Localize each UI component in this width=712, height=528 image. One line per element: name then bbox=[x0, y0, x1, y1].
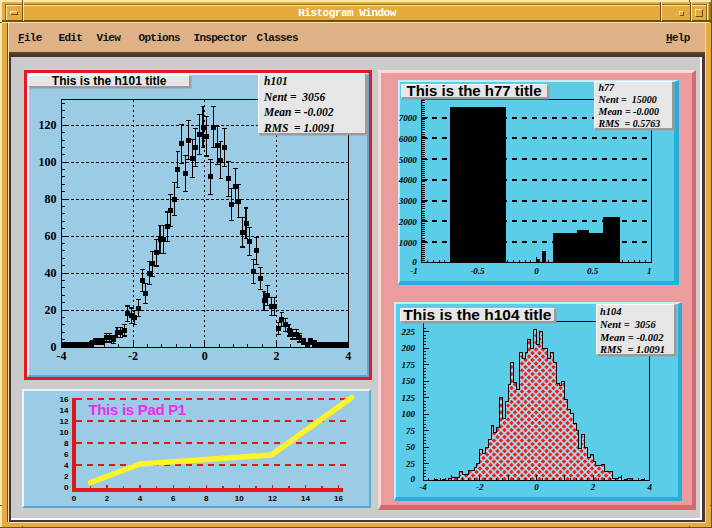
svg-text:0: 0 bbox=[411, 474, 416, 484]
svg-text:100: 100 bbox=[38, 155, 56, 169]
svg-text:-2: -2 bbox=[128, 349, 138, 363]
svg-text:200: 200 bbox=[401, 343, 416, 353]
svg-text:8: 8 bbox=[204, 494, 209, 503]
svg-text:0: 0 bbox=[202, 349, 208, 363]
svg-text:4: 4 bbox=[647, 482, 653, 492]
svg-text:20: 20 bbox=[44, 303, 56, 317]
svg-text:2: 2 bbox=[105, 494, 110, 503]
svg-text:60: 60 bbox=[44, 229, 56, 243]
svg-text:-4: -4 bbox=[56, 349, 66, 363]
svg-text:2000: 2000 bbox=[397, 217, 417, 227]
svg-text:4: 4 bbox=[345, 349, 351, 363]
svg-text:-1: -1 bbox=[410, 266, 418, 276]
svg-text:0: 0 bbox=[534, 482, 539, 492]
svg-text:0.5: 0.5 bbox=[586, 266, 598, 276]
svg-text:-0.5: -0.5 bbox=[470, 266, 485, 276]
svg-text:-2: -2 bbox=[476, 482, 484, 492]
svg-text:-4: -4 bbox=[419, 482, 427, 492]
svg-text:5000: 5000 bbox=[398, 154, 417, 164]
svg-text:0: 0 bbox=[64, 483, 69, 492]
svg-text:100: 100 bbox=[402, 409, 416, 419]
svg-text:2: 2 bbox=[274, 349, 280, 363]
svg-text:1: 1 bbox=[647, 266, 652, 276]
svg-text:6: 6 bbox=[171, 494, 176, 503]
svg-text:16: 16 bbox=[334, 494, 343, 503]
svg-text:75: 75 bbox=[406, 426, 416, 436]
svg-text:14: 14 bbox=[301, 494, 310, 503]
svg-text:175: 175 bbox=[402, 360, 416, 370]
svg-text:This is Pad P1: This is Pad P1 bbox=[88, 401, 186, 418]
svg-text:1000: 1000 bbox=[398, 237, 417, 247]
svg-text:0: 0 bbox=[534, 266, 539, 276]
svg-text:50: 50 bbox=[406, 442, 416, 452]
svg-text:7000: 7000 bbox=[398, 113, 417, 123]
svg-text:10: 10 bbox=[235, 494, 244, 503]
svg-text:225: 225 bbox=[401, 327, 416, 337]
svg-text:12: 12 bbox=[60, 417, 69, 426]
svg-text:2: 2 bbox=[64, 472, 69, 481]
svg-text:125: 125 bbox=[402, 393, 416, 403]
svg-text:16: 16 bbox=[60, 395, 69, 404]
svg-text:150: 150 bbox=[402, 376, 416, 386]
svg-text:14: 14 bbox=[60, 406, 69, 415]
svg-text:4: 4 bbox=[138, 494, 143, 503]
svg-text:120: 120 bbox=[38, 118, 56, 132]
svg-text:80: 80 bbox=[44, 192, 56, 206]
svg-text:6: 6 bbox=[64, 450, 69, 459]
svg-text:0: 0 bbox=[72, 494, 77, 503]
svg-text:8: 8 bbox=[64, 439, 69, 448]
svg-text:6000: 6000 bbox=[398, 133, 417, 143]
svg-text:2: 2 bbox=[590, 482, 596, 492]
svg-text:25: 25 bbox=[405, 459, 416, 469]
svg-text:40: 40 bbox=[44, 266, 56, 280]
svg-text:3000: 3000 bbox=[397, 196, 417, 206]
svg-text:12: 12 bbox=[268, 494, 277, 503]
svg-text:10: 10 bbox=[60, 428, 69, 437]
svg-text:4: 4 bbox=[64, 461, 69, 470]
svg-text:4000: 4000 bbox=[397, 175, 417, 185]
